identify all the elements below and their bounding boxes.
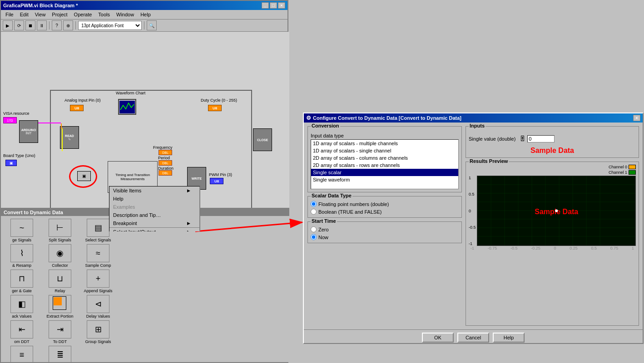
listbox-item-5[interactable]: Single waveform (311, 176, 458, 183)
frequency-label: Frequency (153, 145, 173, 150)
minimize-button[interactable]: _ (262, 2, 269, 9)
toolbar-pause[interactable]: ⏸ (37, 20, 47, 30)
panel-item-to-ddt[interactable]: ⇥ To DDT (42, 320, 78, 344)
radio-now[interactable]: Now (311, 234, 459, 240)
toolbar-zoom[interactable]: 🔍 (147, 20, 157, 30)
dialog-close-button[interactable]: × (633, 115, 640, 121)
ctx-examples: Examples (109, 203, 199, 211)
menu-project[interactable]: Project (49, 11, 70, 18)
menu-edit[interactable]: Edit (17, 11, 31, 18)
close-button[interactable]: × (278, 2, 285, 9)
panel-item-extract-portion[interactable]: Extract Portion (42, 295, 78, 319)
dbl-frequency[interactable]: DBL (159, 150, 172, 155)
cancel-button[interactable]: Cancel (457, 333, 489, 343)
panel-item-delay-values[interactable]: ⊲ Delay Values (80, 295, 116, 319)
chart-wrapper: 1 0.5 0 -0.5 -1 (469, 176, 636, 246)
ctx-select-input-output[interactable]: Select Input/Output ▶ (109, 228, 199, 231)
y-label-1: 1 (469, 176, 476, 180)
append-signals-label: Append Signals (84, 289, 112, 293)
pwm-pin-label: PWM Pin (3) (209, 172, 232, 177)
duty-cycle-label: Duty Cycle (0 - 255) (201, 98, 237, 103)
help-button[interactable]: Help (493, 333, 525, 343)
menu-operate[interactable]: Operate (71, 11, 95, 18)
toolbar-run[interactable]: ▶ (3, 20, 13, 30)
panel-item-resamp[interactable]: ⌇ & Resamp (4, 244, 40, 268)
arduino-read-block[interactable]: READ ∿ (60, 126, 79, 149)
panel-item-ge-signals[interactable]: ~ ge Signals (4, 219, 40, 242)
x-label-m075: -0.75 (488, 246, 497, 250)
y-label-m1: -1 (469, 241, 476, 246)
radio-zero-input[interactable] (311, 226, 317, 232)
ctx-visible-items[interactable]: Visible Items ▶ (109, 186, 199, 195)
dialog-right-panel: Inputs Single value (double) 🎚 0 Sample … (466, 126, 639, 326)
inputs-section-label: Inputs (469, 123, 485, 128)
panel-item-from-ddt[interactable]: ⇤ om DDT (4, 320, 40, 344)
panel-item-relay[interactable]: ⊔ Relay (42, 270, 78, 293)
maximize-button[interactable]: □ (270, 2, 277, 9)
menu-bar: File Edit View Project Operate Tools Win… (1, 10, 287, 20)
window-controls: _ □ × (262, 2, 285, 9)
panel-item-get-attributes[interactable]: ≣ Get Attributes (42, 346, 78, 362)
convert-to-ddt-node[interactable]: ▣ (77, 171, 91, 181)
radio-boolean[interactable]: Boolean (TRUE and FALSE) (311, 209, 459, 215)
listbox-item-2[interactable]: 2D array of scalars - columns are channe… (311, 154, 458, 162)
menu-tools[interactable]: Tools (95, 11, 113, 18)
ctx-breakpoint[interactable]: Breakpoint ▶ (109, 219, 199, 227)
font-dropdown[interactable]: 13pt Application Font (78, 21, 142, 30)
panel-grid: ~ ge Signals ⊢ Split Signals ▤ Select Si… (1, 216, 289, 362)
radio-now-input[interactable] (311, 234, 317, 240)
listbox-item-1[interactable]: 1D array of scalars - single channel (311, 147, 458, 154)
split-signals-icon: ⊢ (49, 219, 71, 237)
svg-point-20 (555, 210, 558, 212)
panel-item-sample-comp[interactable]: ≈ Sample Comp (80, 244, 116, 268)
radio-bool-input[interactable] (311, 209, 317, 215)
ctx-description[interactable]: Description and Tip… (109, 211, 199, 219)
menu-help[interactable]: Help (138, 11, 154, 18)
spinner-input[interactable]: 0 (527, 135, 555, 142)
dbl-period[interactable]: DBL (159, 160, 172, 166)
panel-item-group-signals[interactable]: ⊞ Group Signals (80, 320, 116, 344)
relay-label: Relay (54, 289, 65, 293)
panel-item-attributes[interactable]: ≡ Attributes (4, 346, 40, 362)
resamp-label: & Resamp (12, 263, 31, 268)
radio-fp-input[interactable] (311, 201, 317, 207)
panel-item-collector[interactable]: ◉ Collector (42, 244, 78, 268)
inputs-section: Inputs Single value (double) 🎚 0 Sample … (466, 126, 639, 158)
toolbar-probe[interactable]: ⊕ (63, 20, 73, 30)
waveform-chart-icon[interactable] (118, 99, 136, 115)
panel-item-ger-gate[interactable]: ⊓ ger & Gate (4, 270, 40, 293)
analog-input-label: Analog Input Pin (0) (64, 98, 101, 103)
append-signals-icon: + (87, 270, 109, 288)
extract-portion-label: Extract Portion (46, 314, 73, 319)
x-label-0: 0 (554, 246, 556, 250)
panel-item-append-signals[interactable]: + Append Signals (80, 270, 116, 293)
arduino-init-block[interactable]: ARDUINO INIT (19, 120, 38, 143)
menu-view[interactable]: View (32, 11, 49, 18)
visa-resource-block[interactable]: 17Ω (3, 117, 17, 123)
y-axis: 1 0.5 0 -0.5 -1 (469, 176, 477, 246)
board-type-block[interactable]: ▣ (5, 160, 17, 166)
to-ddt-label: To DDT (53, 339, 67, 344)
u8-block-1[interactable]: U8 (70, 105, 84, 111)
menu-file[interactable]: File (3, 11, 16, 18)
toolbar-help[interactable]: ? (52, 20, 62, 30)
ok-button[interactable]: OK (422, 333, 454, 343)
menu-window[interactable]: Window (114, 11, 137, 18)
arduino-close-block[interactable]: CLOSE (253, 128, 272, 151)
listbox-item-4[interactable]: Single scalar (311, 169, 458, 176)
input-data-type-listbox[interactable]: 1D array of scalars - multiple channels … (311, 139, 459, 189)
panel-item-split-signals[interactable]: ⊢ Split Signals (42, 219, 78, 242)
ctx-help[interactable]: Help (109, 195, 199, 203)
dbl-duration[interactable]: DBL (159, 170, 172, 176)
radio-floating-point[interactable]: Floating point numbers (double) (311, 201, 459, 207)
radio-zero[interactable]: Zero (311, 226, 459, 232)
u8-block-pwm[interactable]: U8 (210, 178, 223, 184)
u8-block-2[interactable]: U8 (208, 105, 222, 111)
listbox-item-3[interactable]: 2D array of scalars - rows are channels (311, 162, 458, 169)
panel-item-track-values[interactable]: ◧ ack Values (4, 295, 40, 319)
listbox-item-0[interactable]: 1D array of scalars - multiple channels (311, 140, 458, 147)
toolbar: ▶ ⟳ ⏹ ⏸ ? ⊕ 13pt Application Font 🔍 (1, 20, 287, 32)
toolbar-abort[interactable]: ⏹ (25, 20, 35, 30)
toolbar-run-continuous[interactable]: ⟳ (14, 20, 24, 30)
input-data-type-label: Input data type (311, 133, 459, 138)
